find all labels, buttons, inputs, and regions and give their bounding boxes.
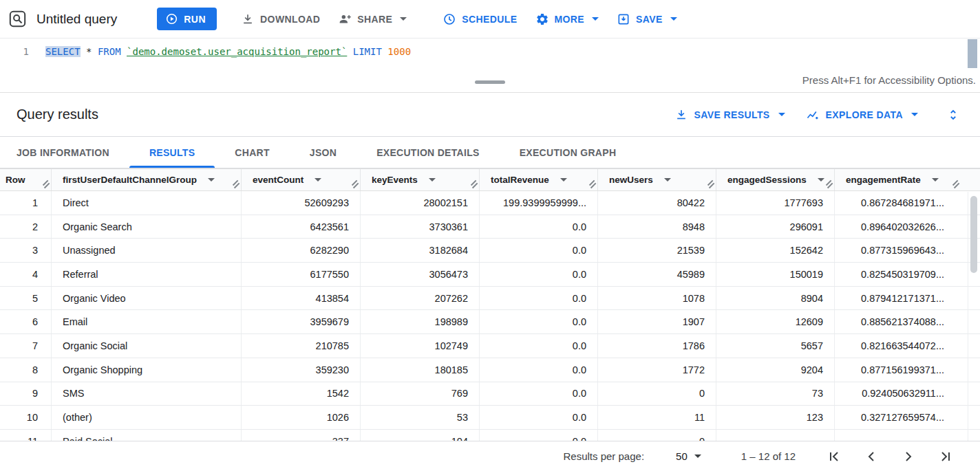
table-scrollbar-thumb[interactable]: [970, 196, 977, 273]
cell-totalrevenue: 0.0: [480, 263, 598, 286]
sort-dropdown-icon[interactable]: [208, 178, 215, 182]
sort-dropdown-icon[interactable]: [664, 178, 671, 182]
cell-newusers: 1786: [598, 334, 716, 358]
column-header-row: Row: [0, 169, 52, 190]
cell-firstuserdefaultchannelgroup: Organic Video: [52, 287, 242, 310]
run-label: RUN: [184, 14, 206, 25]
cell-engagementrate: 0.879412171371...: [835, 287, 980, 310]
cell-totalrevenue: 0.0: [480, 239, 598, 262]
cell-eventcount: 337: [242, 430, 361, 441]
cell-totalrevenue: 0.0: [480, 310, 598, 333]
column-resize-handle[interactable]: [470, 180, 478, 188]
cell-eventcount: 6423561: [242, 215, 361, 239]
cell-engagementrate: 0.825450319709...: [835, 263, 980, 286]
schedule-button[interactable]: SCHEDULE: [434, 7, 526, 32]
cell-engagedsessions: 1777693: [716, 191, 835, 215]
table-row: 9SMS15427690.00730.924050632911...: [0, 382, 980, 406]
sql-editor[interactable]: 1 SELECT * FROM `demo.demoset.user_acqui…: [0, 39, 980, 72]
sort-dropdown-icon[interactable]: [315, 178, 321, 182]
table-row: 7Organic Social2107851027490.0178656570.…: [0, 334, 980, 358]
explore-data-label: EXPLORE DATA: [826, 109, 903, 120]
column-header-eventcount[interactable]: eventCount: [242, 169, 361, 190]
more-button[interactable]: MORE: [526, 7, 608, 32]
schedule-label: SCHEDULE: [462, 14, 517, 25]
cell-eventcount: 6282290: [242, 239, 361, 262]
column-header-engagementrate[interactable]: engagementRate: [835, 169, 980, 190]
row-number: 1: [0, 191, 52, 215]
tab-job-information[interactable]: JOB INFORMATION: [0, 137, 129, 168]
share-label: SHARE: [357, 14, 392, 25]
download-button[interactable]: DOWNLOAD: [232, 7, 329, 32]
chevron-down-icon: [778, 113, 785, 116]
previous-page-button[interactable]: [863, 448, 880, 465]
column-resize-handle[interactable]: [707, 180, 714, 188]
column-resize-handle[interactable]: [825, 180, 833, 188]
table-scrollbar-track[interactable]: [968, 192, 980, 441]
tab-execution-details[interactable]: EXECUTION DETAILS: [356, 137, 500, 168]
save-icon: [617, 12, 630, 26]
last-page-button[interactable]: [937, 448, 954, 465]
editor-scrollbar[interactable]: [968, 39, 977, 68]
column-resize-handle[interactable]: [351, 180, 359, 188]
cell-newusers: 45989: [598, 263, 716, 286]
panel-drag-handle[interactable]: [475, 80, 505, 84]
cell-engagedsessions: 123: [716, 406, 835, 429]
save-results-button[interactable]: SAVE RESULTS: [674, 108, 785, 122]
sql-token-table-link[interactable]: `demo.demoset.user_acquisition_report`: [127, 46, 347, 57]
sort-dropdown-icon[interactable]: [429, 178, 436, 182]
sort-dropdown-icon[interactable]: [818, 178, 824, 182]
sql-code-line[interactable]: SELECT * FROM `demo.demoset.user_acquisi…: [45, 45, 411, 72]
table-row: 8Organic Shopping3592301801850.017729204…: [0, 358, 980, 382]
explore-data-button[interactable]: EXPLORE DATA: [806, 108, 918, 122]
save-label: SAVE: [636, 14, 663, 25]
cell-engagedsessions: 8904: [716, 287, 835, 310]
cell-keyevents: 769: [361, 382, 480, 406]
tab-json[interactable]: JSON: [290, 137, 356, 168]
cell-eventcount: 359230: [242, 358, 361, 382]
sql-token-plain: [121, 46, 127, 57]
column-resize-handle[interactable]: [42, 180, 50, 188]
cell-firstuserdefaultchannelgroup: Referral: [52, 263, 242, 286]
page-size-select[interactable]: 50: [676, 450, 701, 462]
column-header-keyevents[interactable]: keyEvents: [361, 169, 480, 190]
download-icon: [241, 12, 255, 26]
cell-engagementrate: 0.877315969643...: [835, 239, 980, 262]
cell-engagementrate: 0.327127659574...: [835, 406, 980, 429]
pagination-bar: Results per page: 50 1 – 12 of 12: [0, 441, 980, 471]
line-number: 1: [0, 45, 29, 72]
cell-firstuserdefaultchannelgroup: Email: [52, 310, 242, 333]
first-page-button[interactable]: [826, 448, 842, 465]
row-number: 11: [0, 430, 52, 441]
unfold-icon: [946, 107, 961, 122]
column-header-newusers[interactable]: newUsers: [598, 169, 716, 190]
cell-newusers: 21539: [598, 239, 716, 262]
cell-keyevents: 3182684: [361, 239, 480, 262]
next-page-button[interactable]: [900, 448, 917, 465]
cell-totalrevenue: 0.0: [480, 287, 598, 310]
query-results-header: Query results SAVE RESULTS EXPLORE DATA: [0, 93, 980, 137]
cell-eventcount: 1542: [242, 382, 361, 406]
save-results-label: SAVE RESULTS: [694, 109, 770, 120]
column-resize-handle[interactable]: [952, 180, 959, 188]
column-resize-handle[interactable]: [588, 180, 596, 188]
sort-dropdown-icon[interactable]: [560, 178, 567, 182]
column-header-totalrevenue[interactable]: totalRevenue: [480, 169, 598, 190]
column-header-engagedsessions[interactable]: engagedSessions: [716, 169, 835, 190]
table-row: 2Organic Search642356137303610.089482960…: [0, 215, 980, 239]
cell-engagementrate: 0.877156199371...: [835, 358, 980, 382]
tab-execution-graph[interactable]: EXECUTION GRAPH: [500, 137, 637, 168]
results-tabs: JOB INFORMATIONRESULTSCHARTJSONEXECUTION…: [0, 137, 980, 168]
column-header-firstuserdefaultchannelgroup[interactable]: firstUserDefaultChannelGroup: [52, 169, 242, 190]
sort-dropdown-icon[interactable]: [932, 178, 939, 182]
query-toolbar: Untitled query RUN DOWNLOAD: [0, 0, 980, 39]
download-label: DOWNLOAD: [260, 14, 320, 25]
run-button[interactable]: RUN: [157, 8, 217, 30]
share-button[interactable]: SHARE: [329, 7, 416, 32]
expand-collapse-button[interactable]: [943, 105, 963, 125]
save-button[interactable]: SAVE: [608, 7, 686, 32]
column-resize-handle[interactable]: [232, 180, 239, 188]
column-label: Row: [6, 175, 25, 185]
tab-results[interactable]: RESULTS: [129, 137, 215, 168]
cell-engagementrate: 0.821663544072...: [835, 334, 980, 358]
tab-chart[interactable]: CHART: [215, 137, 290, 168]
